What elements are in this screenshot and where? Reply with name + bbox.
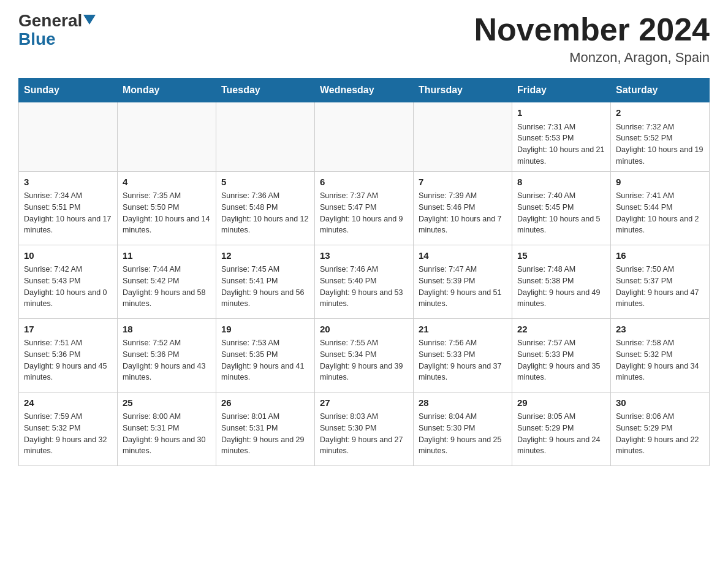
day-cell: 12Sunrise: 7:45 AMSunset: 5:41 PMDayligh… — [216, 245, 315, 318]
day-info: Sunrise: 7:37 AMSunset: 5:47 PMDaylight:… — [320, 190, 408, 236]
title-block: November 2024 Monzon, Aragon, Spain — [474, 12, 710, 66]
page-header: General Blue November 2024 Monzon, Arago… — [18, 12, 710, 66]
day-number: 15 — [517, 249, 605, 263]
day-number: 13 — [320, 249, 408, 263]
day-number: 1 — [517, 106, 605, 120]
week-row-2: 3Sunrise: 7:34 AMSunset: 5:51 PMDaylight… — [19, 171, 710, 245]
calendar-table: SundayMondayTuesdayWednesdayThursdayFrid… — [18, 78, 710, 466]
day-number: 24 — [24, 396, 112, 410]
day-number: 6 — [320, 175, 408, 190]
day-number: 8 — [517, 175, 605, 190]
day-cell: 17Sunrise: 7:51 AMSunset: 5:36 PMDayligh… — [19, 318, 118, 392]
day-cell: 21Sunrise: 7:56 AMSunset: 5:33 PMDayligh… — [414, 318, 512, 392]
day-number: 18 — [123, 323, 211, 337]
day-cell: 14Sunrise: 7:47 AMSunset: 5:39 PMDayligh… — [414, 245, 512, 318]
day-cell: 28Sunrise: 8:04 AMSunset: 5:30 PMDayligh… — [414, 392, 512, 465]
day-cell: 27Sunrise: 8:03 AMSunset: 5:30 PMDayligh… — [315, 392, 414, 465]
day-cell: 3Sunrise: 7:34 AMSunset: 5:51 PMDaylight… — [19, 171, 118, 245]
day-number: 11 — [123, 249, 211, 263]
day-info: Sunrise: 7:51 AMSunset: 5:36 PMDaylight:… — [24, 337, 112, 383]
header-wednesday: Wednesday — [315, 79, 414, 102]
week-row-4: 17Sunrise: 7:51 AMSunset: 5:36 PMDayligh… — [19, 318, 710, 392]
day-cell: 9Sunrise: 7:41 AMSunset: 5:44 PMDaylight… — [611, 171, 710, 245]
day-number: 2 — [616, 106, 704, 120]
day-info: Sunrise: 7:39 AMSunset: 5:46 PMDaylight:… — [419, 190, 507, 236]
day-cell: 7Sunrise: 7:39 AMSunset: 5:46 PMDaylight… — [414, 171, 512, 245]
day-cell — [19, 102, 118, 172]
day-cell: 25Sunrise: 8:00 AMSunset: 5:31 PMDayligh… — [118, 392, 216, 465]
day-info: Sunrise: 7:46 AMSunset: 5:40 PMDaylight:… — [320, 264, 408, 310]
day-cell: 29Sunrise: 8:05 AMSunset: 5:29 PMDayligh… — [512, 392, 611, 465]
day-info: Sunrise: 7:59 AMSunset: 5:32 PMDaylight:… — [24, 411, 112, 457]
day-number: 17 — [24, 323, 112, 337]
day-cell — [315, 102, 414, 172]
day-cell: 8Sunrise: 7:40 AMSunset: 5:45 PMDaylight… — [512, 171, 611, 245]
day-number: 14 — [419, 249, 507, 263]
day-number: 29 — [517, 396, 605, 410]
day-info: Sunrise: 8:04 AMSunset: 5:30 PMDaylight:… — [419, 411, 507, 457]
day-number: 26 — [221, 396, 309, 410]
day-cell: 19Sunrise: 7:53 AMSunset: 5:35 PMDayligh… — [216, 318, 315, 392]
calendar-title: November 2024 — [474, 12, 710, 47]
day-info: Sunrise: 8:00 AMSunset: 5:31 PMDaylight:… — [123, 411, 211, 457]
day-info: Sunrise: 7:45 AMSunset: 5:41 PMDaylight:… — [221, 264, 309, 310]
week-row-3: 10Sunrise: 7:42 AMSunset: 5:43 PMDayligh… — [19, 245, 710, 318]
header-tuesday: Tuesday — [216, 79, 315, 102]
day-cell: 16Sunrise: 7:50 AMSunset: 5:37 PMDayligh… — [611, 245, 710, 318]
day-cell — [216, 102, 315, 172]
day-cell: 18Sunrise: 7:52 AMSunset: 5:36 PMDayligh… — [118, 318, 216, 392]
day-cell: 15Sunrise: 7:48 AMSunset: 5:38 PMDayligh… — [512, 245, 611, 318]
day-info: Sunrise: 7:34 AMSunset: 5:51 PMDaylight:… — [24, 190, 112, 236]
day-info: Sunrise: 7:50 AMSunset: 5:37 PMDaylight:… — [616, 264, 704, 310]
day-info: Sunrise: 7:36 AMSunset: 5:48 PMDaylight:… — [221, 190, 309, 236]
day-number: 22 — [517, 323, 605, 337]
day-info: Sunrise: 7:52 AMSunset: 5:36 PMDaylight:… — [123, 337, 211, 383]
day-number: 7 — [419, 175, 507, 190]
day-info: Sunrise: 7:44 AMSunset: 5:42 PMDaylight:… — [123, 264, 211, 310]
day-info: Sunrise: 7:31 AMSunset: 5:53 PMDaylight:… — [517, 121, 605, 167]
day-info: Sunrise: 7:41 AMSunset: 5:44 PMDaylight:… — [616, 190, 704, 236]
day-cell: 23Sunrise: 7:58 AMSunset: 5:32 PMDayligh… — [611, 318, 710, 392]
calendar-header-row: SundayMondayTuesdayWednesdayThursdayFrid… — [19, 79, 710, 102]
day-number: 21 — [419, 323, 507, 337]
day-number: 16 — [616, 249, 704, 263]
logo: General Blue — [18, 12, 96, 48]
day-cell: 22Sunrise: 7:57 AMSunset: 5:33 PMDayligh… — [512, 318, 611, 392]
day-cell: 26Sunrise: 8:01 AMSunset: 5:31 PMDayligh… — [216, 392, 315, 465]
day-number: 4 — [123, 175, 211, 190]
day-number: 25 — [123, 396, 211, 410]
week-row-1: 1Sunrise: 7:31 AMSunset: 5:53 PMDaylight… — [19, 102, 710, 172]
day-info: Sunrise: 7:47 AMSunset: 5:39 PMDaylight:… — [419, 264, 507, 310]
day-number: 23 — [616, 323, 704, 337]
day-cell: 6Sunrise: 7:37 AMSunset: 5:47 PMDaylight… — [315, 171, 414, 245]
day-number: 30 — [616, 396, 704, 410]
header-sunday: Sunday — [19, 79, 118, 102]
day-cell: 20Sunrise: 7:55 AMSunset: 5:34 PMDayligh… — [315, 318, 414, 392]
day-number: 27 — [320, 396, 408, 410]
day-number: 20 — [320, 323, 408, 337]
day-cell — [118, 102, 216, 172]
day-info: Sunrise: 8:01 AMSunset: 5:31 PMDaylight:… — [221, 411, 309, 457]
day-number: 3 — [24, 175, 112, 190]
day-cell: 13Sunrise: 7:46 AMSunset: 5:40 PMDayligh… — [315, 245, 414, 318]
header-friday: Friday — [512, 79, 611, 102]
day-number: 5 — [221, 175, 309, 190]
day-cell: 2Sunrise: 7:32 AMSunset: 5:52 PMDaylight… — [611, 102, 710, 172]
day-info: Sunrise: 7:53 AMSunset: 5:35 PMDaylight:… — [221, 337, 309, 383]
logo-triangle-icon — [83, 15, 96, 25]
logo-bottom: Blue — [18, 31, 56, 48]
day-info: Sunrise: 7:48 AMSunset: 5:38 PMDaylight:… — [517, 264, 605, 310]
day-cell: 11Sunrise: 7:44 AMSunset: 5:42 PMDayligh… — [118, 245, 216, 318]
day-number: 9 — [616, 175, 704, 190]
day-cell: 1Sunrise: 7:31 AMSunset: 5:53 PMDaylight… — [512, 102, 611, 172]
day-info: Sunrise: 8:06 AMSunset: 5:29 PMDaylight:… — [616, 411, 704, 457]
day-number: 10 — [24, 249, 112, 263]
day-cell: 24Sunrise: 7:59 AMSunset: 5:32 PMDayligh… — [19, 392, 118, 465]
week-row-5: 24Sunrise: 7:59 AMSunset: 5:32 PMDayligh… — [19, 392, 710, 465]
day-info: Sunrise: 7:56 AMSunset: 5:33 PMDaylight:… — [419, 337, 507, 383]
day-info: Sunrise: 7:42 AMSunset: 5:43 PMDaylight:… — [24, 264, 112, 310]
day-cell: 30Sunrise: 8:06 AMSunset: 5:29 PMDayligh… — [611, 392, 710, 465]
day-info: Sunrise: 7:40 AMSunset: 5:45 PMDaylight:… — [517, 190, 605, 236]
day-info: Sunrise: 8:03 AMSunset: 5:30 PMDaylight:… — [320, 411, 408, 457]
header-saturday: Saturday — [611, 79, 710, 102]
